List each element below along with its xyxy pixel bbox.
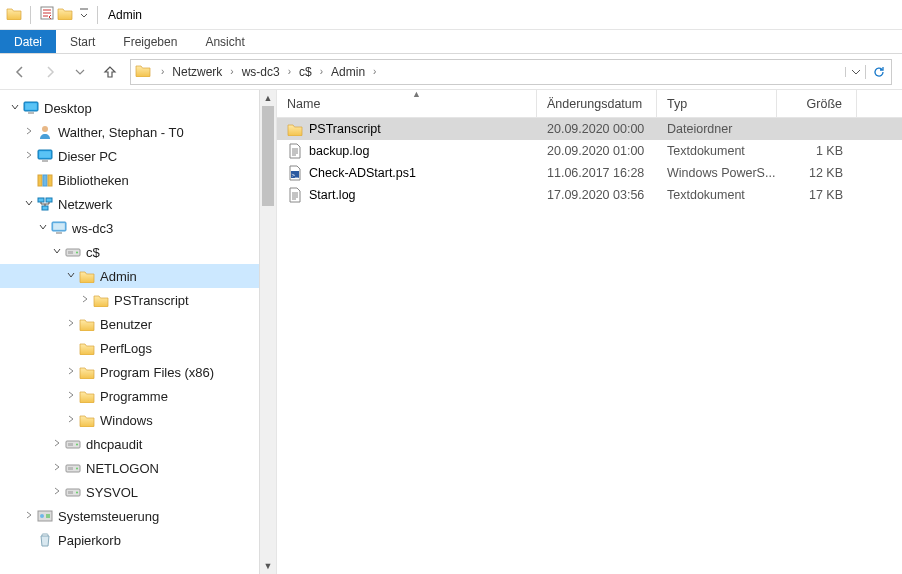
list-row[interactable]: >_Check-ADStart.ps111.06.2017 16:28Windo… bbox=[277, 162, 902, 184]
expander-icon[interactable] bbox=[22, 509, 36, 523]
tree-item[interactable]: c$ bbox=[0, 240, 276, 264]
chevron-right-icon[interactable]: › bbox=[224, 66, 239, 77]
nav-history-icon[interactable] bbox=[66, 58, 94, 86]
scroll-thumb[interactable] bbox=[262, 106, 274, 206]
address-bar[interactable]: › Netzwerk › ws-dc3 › c$ › Admin › bbox=[130, 59, 892, 85]
file-date: 17.09.2020 03:56 bbox=[537, 188, 657, 202]
tree-label: ws-dc3 bbox=[72, 221, 113, 236]
tree-label: dhcpaudit bbox=[86, 437, 142, 452]
expander-icon[interactable] bbox=[64, 389, 78, 403]
drive-icon bbox=[64, 461, 82, 475]
tree-item[interactable]: NETLOGON bbox=[0, 456, 276, 480]
tree-item[interactable]: Program Files (x86) bbox=[0, 360, 276, 384]
expander-icon[interactable] bbox=[36, 221, 50, 235]
expander-icon[interactable] bbox=[64, 269, 78, 283]
file-name: PSTranscript bbox=[309, 122, 381, 136]
tree-label: Program Files (x86) bbox=[100, 365, 214, 380]
breadcrumb[interactable]: Netzwerk bbox=[170, 60, 224, 84]
folder-icon bbox=[78, 318, 96, 331]
tree-item[interactable]: PSTranscript bbox=[0, 288, 276, 312]
tab-home[interactable]: Start bbox=[56, 30, 109, 53]
tree-label: Netzwerk bbox=[58, 197, 112, 212]
nav-back-icon[interactable] bbox=[6, 58, 34, 86]
file-size: 17 KB bbox=[777, 188, 857, 202]
tree-item[interactable]: Walther, Stephan - T0 bbox=[0, 120, 276, 144]
tree-label: NETLOGON bbox=[86, 461, 159, 476]
expander-icon[interactable] bbox=[64, 413, 78, 427]
col-type[interactable]: Typ bbox=[657, 90, 777, 117]
tree-item[interactable]: ws-dc3 bbox=[0, 216, 276, 240]
tree-item[interactable]: Programme bbox=[0, 384, 276, 408]
properties-icon[interactable] bbox=[39, 5, 55, 25]
refresh-icon[interactable] bbox=[865, 65, 891, 79]
svg-point-27 bbox=[76, 492, 78, 494]
nav-forward-icon bbox=[36, 58, 64, 86]
tree-item[interactable]: Windows bbox=[0, 408, 276, 432]
folder-icon bbox=[78, 342, 96, 355]
col-name[interactable]: ▲Name bbox=[277, 90, 537, 117]
expander-icon[interactable] bbox=[78, 293, 92, 307]
svg-point-18 bbox=[76, 252, 78, 254]
chevron-right-icon[interactable]: › bbox=[282, 66, 297, 77]
svg-point-4 bbox=[42, 126, 48, 132]
scroll-down-icon[interactable]: ▼ bbox=[260, 558, 276, 574]
tree-item[interactable]: Admin bbox=[0, 264, 276, 288]
col-size[interactable]: Größe bbox=[777, 90, 857, 117]
tab-file[interactable]: Datei bbox=[0, 30, 56, 53]
svg-point-24 bbox=[76, 468, 78, 470]
list-row[interactable]: backup.log20.09.2020 01:00Textdokument1 … bbox=[277, 140, 902, 162]
tree-label: Bibliotheken bbox=[58, 173, 129, 188]
breadcrumb[interactable]: c$ bbox=[297, 60, 314, 84]
expander-icon[interactable] bbox=[50, 245, 64, 259]
net-icon bbox=[36, 197, 54, 211]
svg-rect-16 bbox=[56, 232, 62, 234]
expander-icon[interactable] bbox=[50, 437, 64, 451]
file-type: Windows PowerS... bbox=[657, 166, 777, 180]
tree-item[interactable]: Desktop bbox=[0, 96, 276, 120]
tab-share[interactable]: Freigeben bbox=[109, 30, 191, 53]
expander-icon[interactable] bbox=[22, 197, 36, 211]
qat-dropdown-icon[interactable] bbox=[79, 5, 89, 25]
expander-icon[interactable] bbox=[22, 125, 36, 139]
tree-item[interactable]: dhcpaudit bbox=[0, 432, 276, 456]
chevron-right-icon[interactable]: › bbox=[314, 66, 329, 77]
folder-icon bbox=[78, 390, 96, 403]
sort-asc-icon: ▲ bbox=[287, 90, 546, 99]
tree-item[interactable]: Dieser PC bbox=[0, 144, 276, 168]
expander-icon[interactable] bbox=[8, 101, 22, 115]
tab-view[interactable]: Ansicht bbox=[191, 30, 258, 53]
chevron-right-icon[interactable]: › bbox=[155, 66, 170, 77]
svg-rect-11 bbox=[38, 198, 44, 202]
navbar: › Netzwerk › ws-dc3 › c$ › Admin › bbox=[0, 54, 902, 90]
tree-item[interactable]: Papierkorb bbox=[0, 528, 276, 552]
nav-tree[interactable]: DesktopWalther, Stephan - T0Dieser PCBib… bbox=[0, 90, 277, 574]
svg-rect-28 bbox=[68, 491, 73, 494]
chevron-down-icon[interactable] bbox=[845, 67, 865, 77]
tree-item[interactable]: Benutzer bbox=[0, 312, 276, 336]
chevron-right-icon[interactable]: › bbox=[367, 66, 382, 77]
tree-label: Dieser PC bbox=[58, 149, 117, 164]
tree-label: SYSVOL bbox=[86, 485, 138, 500]
breadcrumb[interactable]: Admin bbox=[329, 60, 367, 84]
expander-icon[interactable] bbox=[50, 461, 64, 475]
expander-icon[interactable] bbox=[64, 365, 78, 379]
expander-icon[interactable] bbox=[64, 317, 78, 331]
tree-item[interactable]: SYSVOL bbox=[0, 480, 276, 504]
tree-item[interactable]: Systemsteuerung bbox=[0, 504, 276, 528]
scroll-up-icon[interactable]: ▲ bbox=[260, 90, 276, 106]
scrollbar[interactable]: ▲▼ bbox=[259, 90, 276, 574]
tree-label: Windows bbox=[100, 413, 153, 428]
folder-open-icon[interactable] bbox=[57, 6, 73, 24]
col-date[interactable]: Änderungsdatum bbox=[537, 90, 657, 117]
expander-icon[interactable] bbox=[50, 485, 64, 499]
breadcrumb[interactable]: ws-dc3 bbox=[240, 60, 282, 84]
tree-item[interactable]: Netzwerk bbox=[0, 192, 276, 216]
tree-item[interactable]: PerfLogs bbox=[0, 336, 276, 360]
tree-label: c$ bbox=[86, 245, 100, 260]
list-row[interactable]: PSTranscript20.09.2020 00:00Dateiordner bbox=[277, 118, 902, 140]
tree-item[interactable]: Bibliotheken bbox=[0, 168, 276, 192]
explorer-window: Admin Datei Start Freigeben Ansicht › Ne… bbox=[0, 0, 902, 574]
nav-up-icon[interactable] bbox=[96, 58, 124, 86]
expander-icon[interactable] bbox=[22, 149, 36, 163]
list-row[interactable]: Start.log17.09.2020 03:56Textdokument17 … bbox=[277, 184, 902, 206]
